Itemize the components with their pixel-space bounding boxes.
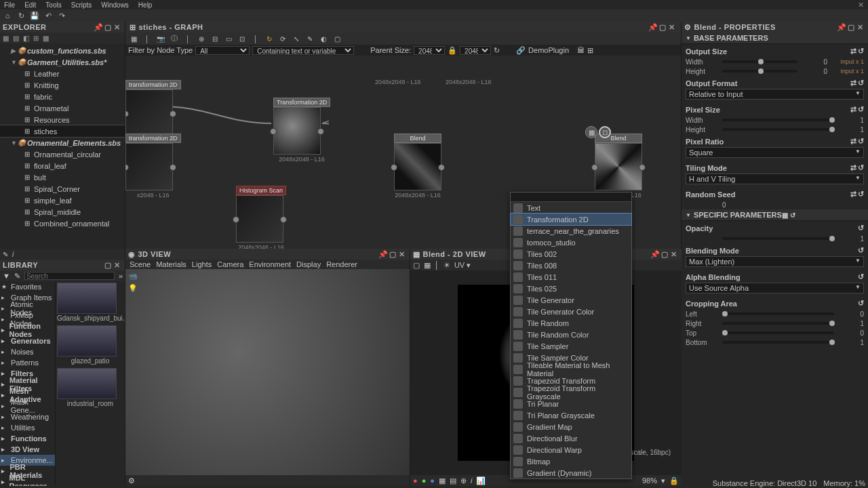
graph-node[interactable]: Histogram Scan2048x2048 - L16 [236,186,286,249]
view3d-menu[interactable]: Lights [192,260,212,268]
explorer-item[interactable]: ⊞bult [0,171,125,183]
pin-icon[interactable]: 📌 [378,249,388,259]
output-format-select[interactable]: Relative to Input▼ [686,89,864,100]
tool-icon[interactable]: ▤ [13,35,19,42]
settings-icon[interactable]: ⚙ [128,476,135,485]
node-badge-icon[interactable]: ⊡ [599,126,611,138]
maximize-icon[interactable]: ▢ [846,22,856,32]
plugin-icon[interactable]: 🏛 [577,46,585,54]
pin-icon[interactable]: 📌 [837,22,846,32]
link-icon[interactable]: ⇄ [850,105,856,114]
close-icon[interactable]: ✕ [397,249,407,259]
tool-icon[interactable]: ⟳ [277,34,288,43]
library-category[interactable]: ▸3D View [0,444,55,455]
view3d-menu[interactable]: Scene [130,260,151,268]
close-icon[interactable]: ✕ [667,22,677,32]
menu-windows[interactable]: Windows [101,1,129,9]
tool-icon[interactable]: ☀ [443,261,450,270]
tool-icon[interactable]: ⊕ [460,476,467,485]
close-icon[interactable]: ✕ [113,260,122,270]
input-socket[interactable] [125,110,129,117]
explorer-item[interactable]: ⊞Leather [0,68,125,79]
explorer-package[interactable]: ▼📦Garment_Utilities.sbs* [0,56,125,68]
reset-icon[interactable]: ↺ [858,224,864,232]
channel-icon[interactable]: ● [422,476,427,485]
input-socket[interactable] [125,164,129,171]
tool-icon[interactable]: ⓘ [169,34,180,43]
popup-item[interactable]: Trapezoid Transform Grayscale [511,386,631,398]
popup-item[interactable]: Tile Generator [511,294,631,306]
crop-top-slider[interactable] [722,331,834,334]
menu-tools[interactable]: Tools [45,1,61,9]
light-icon[interactable]: 💡 [128,284,138,293]
link-icon[interactable]: ⇄ [850,137,856,146]
explorer-item[interactable]: ⊞fabric [0,91,125,102]
tool-icon[interactable]: ⤡ [291,34,302,43]
opacity-slider[interactable] [722,237,834,240]
filter-type-select[interactable]: All [195,46,250,55]
input-socket[interactable] [270,128,277,135]
view3d-menu[interactable]: Display [296,260,321,268]
app-close-icon[interactable]: ✕ [858,1,864,9]
tool-icon[interactable]: ▦ [424,261,431,270]
explorer-package[interactable]: ▼📦Ornamental_Elements.sbs [0,137,125,148]
parent-h-select[interactable]: 2048 [460,46,491,55]
tool-icon[interactable]: 📷 [155,34,166,43]
lock-icon[interactable]: 🔒 [448,46,457,55]
tool-icon[interactable]: i [471,476,472,485]
reset-icon[interactable]: ↻ [494,46,500,55]
tool-icon[interactable]: ⊕ [196,34,207,43]
tool-icon[interactable]: ⊟ [210,34,220,43]
pin-icon[interactable]: 📌 [94,22,103,32]
base-params-section[interactable]: ▼BASE PARAMETERS [682,33,868,44]
library-category[interactable]: ▸Noises [0,346,55,357]
output-socket[interactable] [438,164,445,171]
popup-item[interactable]: Text [511,202,631,214]
tool-icon[interactable]: ▭ [223,34,234,43]
graph-node[interactable]: transformation 2D [125,80,181,138]
popup-item[interactable]: Tile Generator Color [511,306,631,317]
tool-icon[interactable]: ✎ [304,34,315,43]
menu-file[interactable]: File [4,1,15,9]
link-icon[interactable]: ⇄ [850,79,856,87]
view3d-menu[interactable]: Renderer [326,260,357,268]
tool-icon[interactable]: │ [250,34,261,43]
filter-icon[interactable]: ▼ [3,272,10,280]
graph-node[interactable]: transformation 2Dx2048 - L16 [125,134,181,199]
explorer-item[interactable]: ⊞Knitting [0,79,125,91]
view3d-menu[interactable]: Materials [156,260,186,268]
maximize-icon[interactable]: ▢ [660,249,669,259]
popup-item[interactable]: Tiles 002 [511,248,631,260]
tiling-select[interactable]: H and V Tiling▼ [686,174,864,184]
popup-item[interactable]: terrace_near_the_granaries [511,225,631,237]
popup-item[interactable]: Tiles 011 [511,271,631,283]
reset-icon[interactable]: ↺ [858,190,864,199]
menu-edit[interactable]: Edit [24,1,36,9]
refresh-icon[interactable]: ↻ [16,11,26,20]
library-category[interactable]: ▸Functions [0,433,55,444]
popup-item[interactable]: Tile Random [511,317,631,329]
save-icon[interactable]: 💾 [30,11,39,20]
explorer-item[interactable]: ⊞Spiral_mididle [0,206,125,218]
tool-icon[interactable]: ↻ [264,34,275,43]
reset-icon[interactable]: ↺ [858,105,864,114]
tool-icon[interactable]: │ [182,34,193,43]
reset-icon[interactable]: ↺ [858,47,864,56]
width-slider[interactable] [722,60,797,63]
explorer-item[interactable]: ⊞Combined_ornamental [0,218,125,229]
tool-icon[interactable]: UV ▾ [454,261,471,270]
close-icon[interactable]: ✕ [113,22,122,32]
tool-icon[interactable]: ▩ [43,35,49,42]
output-socket[interactable] [639,164,646,171]
pixel-w-slider[interactable] [722,119,834,121]
pixel-ratio-select[interactable]: Square▼ [686,147,864,158]
reset-icon[interactable]: ↺ [790,211,795,219]
library-category[interactable]: ▸Utilities [0,422,55,433]
output-socket[interactable] [317,128,324,135]
channel-icon[interactable]: ● [413,476,418,485]
tool-icon[interactable]: ▦ [439,476,446,485]
output-socket[interactable] [170,110,176,117]
grid-icon[interactable]: ▦ [782,211,788,219]
pixel-h-slider[interactable] [722,128,834,131]
reset-icon[interactable]: ↺ [858,299,864,308]
